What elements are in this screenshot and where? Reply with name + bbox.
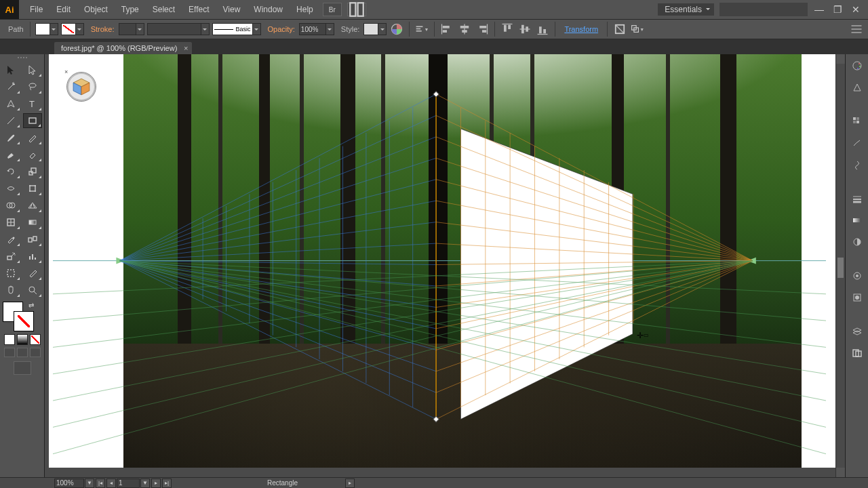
window-minimize-button[interactable]: ― [814,4,824,15]
panel-symbols[interactable] [850,157,865,172]
magic-wand-tool[interactable] [1,79,20,94]
perspective-plane-widget[interactable]: × [66,72,96,102]
zoom-input[interactable] [54,479,84,488]
swap-fill-stroke[interactable]: ⇄ [28,302,34,309]
align-bottom-button[interactable] [535,22,550,36]
zoom-menu[interactable]: ▼ [85,479,94,488]
arrange-documents-button[interactable] [347,3,366,16]
prev-artboard[interactable]: ◂ [106,479,116,488]
stroke-weight[interactable] [119,23,144,35]
hand-tool[interactable] [1,283,20,298]
draw-inside[interactable] [30,348,41,357]
eraser-tool[interactable] [23,147,42,162]
artboard-menu[interactable]: ▼ [140,479,150,488]
document-tab-close[interactable]: × [184,44,188,52]
width-tool[interactable] [1,181,20,196]
transform-link[interactable]: Transform [564,25,598,33]
paintbrush-tool[interactable] [1,130,20,145]
panel-layers[interactable] [850,324,865,339]
panel-swatches[interactable] [850,114,865,129]
fill-swatch[interactable] [35,23,58,35]
eyedropper-tool[interactable] [1,232,20,247]
color-mode-solid[interactable] [4,334,15,345]
zoom-tool[interactable] [23,283,42,298]
panel-color-guide[interactable] [850,80,865,95]
line-tool[interactable] [1,113,20,128]
bridge-button[interactable]: Br [323,3,342,16]
align-top-button[interactable] [500,22,515,36]
control-options-button[interactable] [849,22,864,36]
next-artboard[interactable]: ▸ [151,479,161,488]
free-transform-tool[interactable] [23,181,42,196]
status-menu[interactable]: ▸ [345,479,355,488]
symbol-sprayer-tool[interactable] [1,249,20,264]
variable-width-profile[interactable] [147,23,210,35]
menu-effect[interactable]: Effect [182,0,216,19]
isolate-button[interactable] [612,22,627,36]
first-artboard[interactable]: |◂ [96,479,105,488]
rectangle-tool[interactable] [23,113,42,128]
mesh-tool[interactable] [1,215,20,230]
color-mode-gradient[interactable] [17,334,28,345]
shape-builder-tool[interactable] [1,198,20,213]
panel-gradient[interactable] [850,213,865,228]
stroke-indicator[interactable] [14,311,34,331]
align-dropdown[interactable]: ▼ [414,22,429,36]
panel-brushes[interactable] [850,136,865,150]
type-tool[interactable]: T [23,96,42,111]
menu-select[interactable]: Select [146,0,182,19]
last-artboard[interactable]: ▸| [162,479,172,488]
blob-brush-tool[interactable] [1,147,20,162]
align-hcenter-button[interactable] [457,22,472,36]
menu-edit[interactable]: Edit [50,0,77,19]
panel-color[interactable] [850,58,865,73]
align-vcenter-button[interactable] [517,22,532,36]
rotate-tool[interactable] [1,164,20,179]
menu-help[interactable]: Help [290,0,320,19]
scale-tool[interactable] [23,164,42,179]
draw-behind[interactable] [17,348,28,357]
screen-mode[interactable] [14,361,31,375]
column-graph-tool[interactable] [23,249,42,264]
direct-selection-tool[interactable] [23,62,42,77]
opacity-input[interactable] [299,23,334,35]
edit-clip-button[interactable]: ▼ [630,22,645,36]
menu-object[interactable]: Object [77,0,115,19]
canvas-area[interactable]: × ✛▭ [45,54,845,477]
search-box[interactable] [719,3,808,16]
recolor-artwork-button[interactable] [389,22,404,36]
search-input[interactable] [725,5,818,14]
align-right-button[interactable] [475,22,490,36]
panel-graphic-styles[interactable] [850,290,865,305]
vertical-scrollbar[interactable] [835,54,845,477]
panel-appearance[interactable] [850,268,865,283]
window-close-button[interactable]: ✕ [852,4,860,15]
menu-view[interactable]: View [216,0,248,19]
document-tab[interactable]: forest.jpg* @ 100% (RGB/Preview) × [54,42,192,54]
gradient-tool[interactable] [23,215,42,230]
color-mode-none[interactable] [30,334,41,345]
menu-type[interactable]: Type [115,0,146,19]
panel-stroke[interactable] [850,191,865,206]
stroke-swatch[interactable] [61,23,84,35]
workspace-switcher[interactable]: Essentials [658,3,714,16]
slice-tool[interactable] [23,266,42,281]
draw-normal[interactable] [4,348,15,357]
menu-file[interactable]: File [23,0,50,19]
selection-tool[interactable] [1,62,20,77]
blend-tool[interactable] [23,232,42,247]
perspective-widget-close[interactable]: × [64,68,68,75]
graphic-style[interactable] [363,23,387,35]
lasso-tool[interactable] [23,79,42,94]
align-left-button[interactable] [439,22,454,36]
window-restore-button[interactable]: ❐ [833,4,842,15]
menu-window[interactable]: Window [247,0,290,19]
pencil-tool[interactable] [23,130,42,145]
panel-artboards[interactable] [850,346,865,361]
perspective-grid-tool[interactable] [23,198,42,213]
fill-stroke-indicator[interactable]: ⇄ [1,302,37,333]
panel-transparency[interactable] [850,235,865,249]
artboard-number[interactable] [117,479,140,488]
pen-tool[interactable] [1,96,20,111]
artboard-tool[interactable] [1,266,20,281]
